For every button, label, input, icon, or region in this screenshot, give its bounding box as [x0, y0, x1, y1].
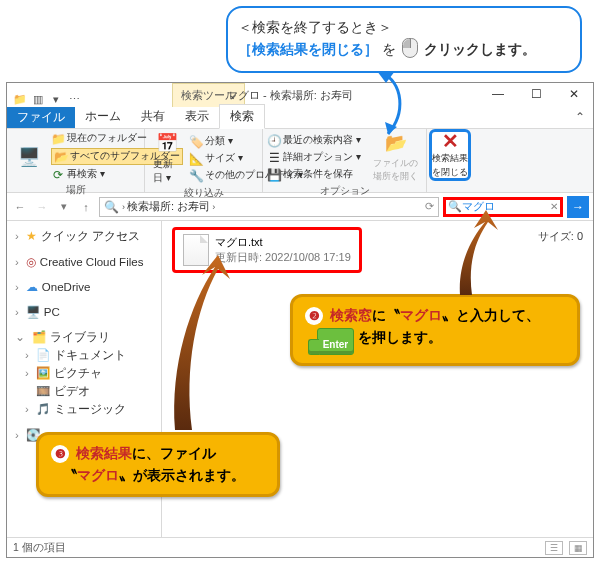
breadcrumb[interactable]: 検索場所: お寿司	[127, 199, 210, 214]
tree-documents[interactable]: ›📄ドキュメント	[11, 346, 157, 364]
tree-onedrive[interactable]: ›☁OneDrive	[11, 278, 157, 295]
chevron-right-icon: ›	[25, 349, 29, 361]
maximize-button[interactable]: ☐	[517, 83, 555, 105]
date-modified-button[interactable]: 📅 更新日 ▾	[149, 131, 185, 185]
chevron-down-icon[interactable]: ▾	[49, 92, 63, 106]
text: 〝	[63, 467, 77, 483]
subfolder-icon: 📂	[54, 150, 68, 164]
minimize-button[interactable]: ―	[479, 83, 517, 105]
instruction-callout-close: ＜検索を終了するとき＞ ［検索結果を閉じる］ を クリックします。	[226, 6, 582, 73]
details-view-button[interactable]: ☰	[545, 541, 563, 555]
recent-icon: 🕘	[267, 134, 281, 148]
tree-quick-access[interactable]: ›★クイック アクセス	[11, 227, 157, 245]
step-number: ❷	[305, 307, 323, 325]
tree-creative-cloud[interactable]: ›◎Creative Cloud Files	[11, 253, 157, 270]
refresh-icon: ⟳	[51, 168, 65, 182]
this-pc-button[interactable]: 🖥️	[11, 131, 47, 182]
text: を押します。	[358, 329, 442, 345]
tab-view[interactable]: 表示	[175, 105, 219, 128]
result-file-item[interactable]: マグロ.txt 更新日時: 2022/10/08 17:19	[172, 227, 362, 273]
folder-icon: 🖼️	[36, 366, 50, 380]
chevron-right-icon: ›	[25, 403, 29, 415]
close-window-button[interactable]: ✕	[555, 83, 593, 105]
tree-libraries[interactable]: ⌄🗂️ライブラリ	[11, 328, 157, 346]
recent-searches-option[interactable]: 🕘最近の検索内容 ▾	[267, 133, 365, 148]
folder-icon: 📄	[36, 348, 50, 362]
text: 〟と入力して、	[442, 307, 540, 323]
advanced-options[interactable]: ☰詳細オプション ▾	[267, 150, 365, 165]
tab-home[interactable]: ホーム	[75, 105, 131, 128]
instruction-callout-2: ❷ 検索窓に〝マグロ〟と入力して、 Enter を押します。	[290, 294, 580, 366]
folder-icon: 🎞️	[36, 384, 50, 398]
search-input[interactable]: 🔍 マグロ ✕	[443, 197, 563, 217]
forward-button[interactable]: →	[33, 198, 51, 216]
tab-search[interactable]: 検索	[219, 104, 265, 129]
pin-icon[interactable]: ▥	[31, 92, 45, 106]
collapse-ribbon-icon[interactable]: ⌃	[567, 106, 593, 128]
enter-key-icon: Enter	[317, 328, 355, 356]
chevron-right-icon: ›	[15, 256, 19, 268]
folder-icon[interactable]: 📁	[13, 92, 27, 106]
text: 〟が表示されます。	[119, 467, 245, 483]
quick-access-toolbar: 📁 ▥ ▾ ⋯	[7, 90, 87, 106]
star-icon: ★	[26, 229, 37, 243]
text: 検索結果	[76, 445, 132, 461]
pc-icon: 🖥️	[17, 145, 41, 169]
folder-icon: 📁	[51, 132, 65, 146]
open-file-location-button: 📂 ファイルの 場所を開く	[369, 131, 422, 183]
calendar-icon: 📅	[155, 131, 179, 155]
overflow-icon[interactable]: ⋯	[67, 92, 81, 106]
chevron-right-icon: ›	[25, 367, 29, 379]
status-bar: 1 個の項目 ☰ ▦	[7, 537, 593, 557]
close-icon: ✕	[442, 131, 459, 151]
recent-locations-button[interactable]: ▾	[55, 198, 73, 216]
text: を	[382, 41, 396, 57]
ribbon-tabs: ファイル ホーム 共有 表示 検索 ⌃	[7, 107, 593, 129]
navigation-bar: ← → ▾ ↑ 🔍 › 検索場所: お寿司 › ⟳ 🔍 マグロ ✕ →	[7, 193, 593, 221]
tree-music[interactable]: ›🎵ミュージック	[11, 400, 157, 418]
up-button[interactable]: ↑	[77, 198, 95, 216]
close-search-button[interactable]: ✕ 検索結果 を閉じる	[429, 129, 471, 181]
clear-search-icon[interactable]: ✕	[550, 201, 558, 212]
search-result-icon: 🔍	[104, 200, 118, 214]
instruction-callout-3: ❸ 検索結果に、ファイル 〝マグロ〟が表示されます。	[36, 432, 280, 497]
size-icon: 📐	[189, 152, 203, 166]
text: マグロ	[400, 307, 442, 323]
icons-view-button[interactable]: ▦	[569, 541, 587, 555]
kind-icon: 🏷️	[189, 135, 203, 149]
chevron-down-icon: ⌄	[15, 330, 25, 344]
title-bar: 📁 ▥ ▾ ⋯ 検索ツール マグロ - 検索場所: お寿司 ― ☐ ✕	[7, 83, 593, 107]
file-meta: 更新日時: 2022/10/08 17:19	[215, 250, 351, 265]
cloud-icon: ☁	[26, 280, 38, 294]
search-icon: 🔍	[448, 200, 462, 213]
step-number: ❸	[51, 445, 69, 463]
library-icon: 🗂️	[32, 330, 46, 344]
refresh-icon[interactable]: ⟳	[425, 200, 434, 213]
chevron-right-icon: ›	[15, 281, 19, 293]
link-text: ［検索結果を閉じる］	[238, 41, 378, 57]
item-count: 1 個の項目	[13, 541, 66, 555]
search-value: マグロ	[462, 199, 495, 214]
breadcrumb-sep: ›	[122, 202, 125, 212]
save-search-option[interactable]: 💾検索条件を保存	[267, 167, 365, 182]
address-bar[interactable]: 🔍 › 検索場所: お寿司 › ⟳	[99, 197, 439, 217]
tree-pc[interactable]: ›🖥️PC	[11, 303, 157, 320]
folder-open-icon: 📂	[384, 131, 408, 155]
back-button[interactable]: ←	[11, 198, 29, 216]
tree-pictures[interactable]: ›🖼️ピクチャ	[11, 364, 157, 382]
tab-share[interactable]: 共有	[131, 105, 175, 128]
chevron-right-icon: ›	[15, 230, 19, 242]
mouse-icon	[402, 38, 418, 58]
text: 検索窓	[330, 307, 372, 323]
text: マグロ	[77, 467, 119, 483]
search-go-button[interactable]: →	[567, 196, 589, 218]
list-icon: ☰	[267, 151, 281, 165]
text: に〝	[372, 307, 400, 323]
text: クリックします。	[424, 41, 536, 57]
tree-videos[interactable]: 🎞️ビデオ	[11, 382, 157, 400]
pc-icon: 🖥️	[26, 305, 40, 319]
tab-file[interactable]: ファイル	[7, 106, 75, 128]
chevron-right-icon: ›	[15, 306, 19, 318]
file-name: マグロ.txt	[215, 235, 351, 250]
window-title: マグロ - 検索場所: お寿司	[227, 88, 353, 103]
